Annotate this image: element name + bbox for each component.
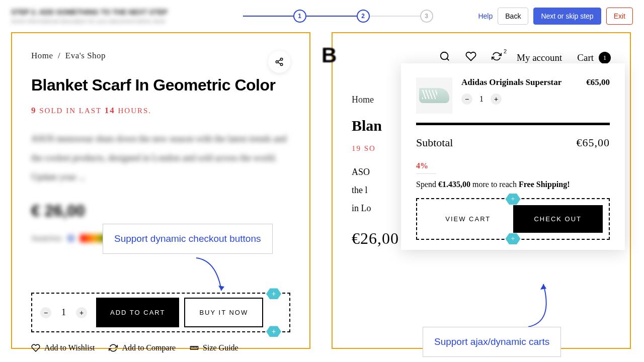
svg-marker-13: [540, 284, 546, 290]
back-button[interactable]: Back: [498, 8, 528, 25]
exit-button[interactable]: Exit: [606, 8, 633, 25]
size-guide[interactable]: Size Guide: [190, 343, 238, 352]
heart-icon: [465, 51, 476, 62]
cart-item-qty[interactable]: − 1 +: [461, 94, 577, 105]
step-2[interactable]: 2: [357, 10, 370, 23]
help-link[interactable]: Help: [478, 12, 493, 20]
blurred-price: € 26,00: [31, 202, 290, 220]
svg-point-10: [441, 52, 448, 60]
view-cart-button[interactable]: VIEW CART: [423, 205, 513, 233]
buy-it-now-button[interactable]: BUY IT NOW: [184, 298, 263, 327]
subtotal-value: €65,00: [577, 136, 610, 149]
cart-item-image[interactable]: [416, 77, 452, 114]
quantity-stepper[interactable]: − 1 +: [36, 307, 91, 318]
cart-count-badge: 1: [599, 52, 611, 64]
preview-panel-cart-drawer: B 2 My account Cart 1: [332, 32, 631, 349]
callout-dynamic-checkout: Support dynamic checkout buttons: [103, 224, 273, 254]
add-to-compare[interactable]: Add to Compare: [109, 343, 176, 352]
step-1[interactable]: 1: [293, 10, 306, 23]
cart-link[interactable]: Cart 1: [577, 52, 611, 64]
arrow-1: [191, 255, 236, 301]
minicart-drawer: Adidas Originals Superstar − 1 + €65,00 …: [401, 63, 625, 250]
svg-marker-12: [218, 286, 224, 291]
compare-count: 2: [504, 48, 507, 54]
refresh-icon: [109, 343, 118, 352]
product-title: Blanket Scarf In Geometric Color: [31, 76, 290, 95]
arrow-2: [523, 282, 569, 332]
mc-qty-minus[interactable]: −: [461, 94, 472, 105]
breadcrumb-home[interactable]: Home: [31, 51, 53, 60]
ruler-icon: [190, 343, 199, 352]
subtotal-label: Subtotal: [416, 136, 453, 149]
cart-item-price: €65,00: [586, 77, 610, 87]
heart-icon: [31, 343, 40, 352]
shipping-progress-pct: 4%: [416, 161, 436, 174]
refresh-icon: [492, 51, 502, 61]
compare-nav-button[interactable]: 2: [492, 51, 502, 64]
blurred-description: ASOS menswear shuts down the new season …: [31, 130, 290, 187]
qty-minus-button[interactable]: −: [40, 307, 51, 318]
svg-point-0: [280, 58, 283, 61]
highlighted-checkout-area: + + VIEW CART CHECK OUT: [416, 198, 610, 240]
search-icon: [439, 51, 450, 62]
svg-point-2: [280, 63, 283, 66]
add-handle-bottom[interactable]: +: [506, 233, 521, 244]
add-handle-bottom[interactable]: +: [266, 326, 281, 337]
share-button[interactable]: [268, 51, 290, 73]
my-account-link[interactable]: My account: [517, 52, 562, 63]
highlighted-cart-area: + + − 1 + ADD TO CART BUY IT NOW: [31, 293, 290, 332]
add-to-cart-button[interactable]: ADD TO CART: [96, 298, 179, 327]
sold-stat: 9 SOLD IN LAST 14 HOURS.: [31, 106, 290, 116]
add-to-wishlist[interactable]: Add to Wishlist: [31, 343, 95, 352]
stepper: 1 2 3: [204, 10, 472, 23]
next-button[interactable]: Next or skip step: [533, 8, 601, 25]
preview-panel-product-page: Home / Eva's Shop Blanket Scarf In Geome…: [11, 32, 310, 349]
add-handle-top[interactable]: +: [506, 194, 521, 205]
share-icon: [275, 57, 284, 66]
callout-ajax-carts: Support ajax/dynamic carts: [423, 327, 561, 357]
shipping-progress-text: Spend €1.435,00 more to reach Free Shipp…: [416, 180, 610, 189]
blurred-step-heading: STEP 2. ADD SOMETHING TO THE NEXT STEP S…: [11, 8, 168, 24]
step-3[interactable]: 3: [420, 10, 433, 23]
svg-point-1: [276, 61, 278, 63]
wishlist-nav-button[interactable]: [465, 51, 476, 64]
mc-qty-plus[interactable]: +: [491, 94, 502, 105]
breadcrumb: Home / Eva's Shop: [31, 51, 290, 61]
qty-value: 1: [61, 307, 66, 318]
qty-plus-button[interactable]: +: [76, 307, 87, 318]
svg-line-3: [278, 62, 280, 64]
svg-line-4: [278, 60, 280, 61]
mc-qty-value: 1: [479, 95, 484, 104]
search-button[interactable]: [439, 51, 450, 64]
add-handle-top[interactable]: +: [266, 288, 281, 299]
breadcrumb-shop[interactable]: Eva's Shop: [65, 51, 106, 60]
svg-line-11: [447, 58, 449, 60]
checkout-button[interactable]: CHECK OUT: [513, 205, 603, 233]
cart-item-name[interactable]: Adidas Originals Superstar: [461, 77, 577, 87]
